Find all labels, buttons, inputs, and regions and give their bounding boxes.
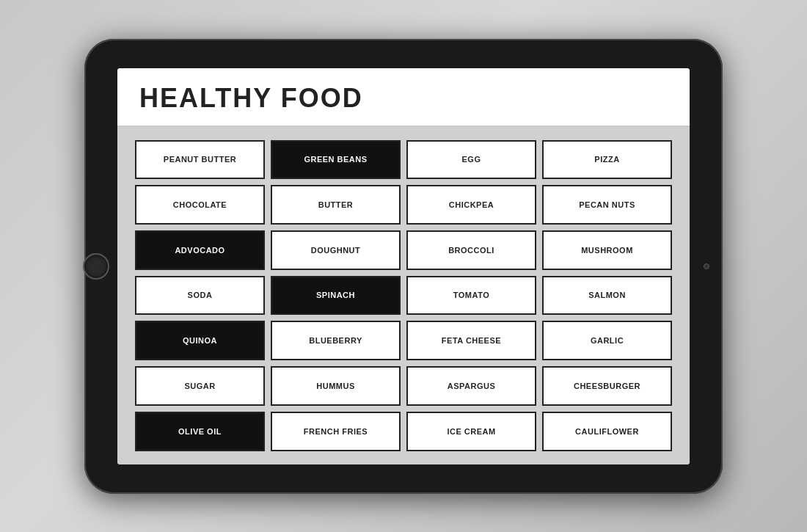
food-item-feta-cheese[interactable]: FETA CHEESE: [406, 321, 536, 360]
food-item-ice-cream[interactable]: ICE CREAM: [406, 412, 536, 451]
food-item-advocado[interactable]: ADVOCADO: [135, 230, 265, 270]
food-item-french-fries[interactable]: FRENCH FRIES: [271, 412, 401, 451]
food-item-blueberry[interactable]: BLUEBERRY: [271, 321, 401, 360]
food-item-sugar[interactable]: SUGAR: [135, 366, 265, 406]
food-item-soda[interactable]: SODA: [135, 276, 265, 316]
food-item-doughnut[interactable]: DOUGHNUT: [271, 230, 401, 270]
food-item-pecan-nuts[interactable]: PECAN NUTS: [542, 185, 672, 225]
food-item-butter[interactable]: BUTTER: [271, 185, 401, 225]
food-item-garlic[interactable]: GARLIC: [542, 321, 672, 360]
food-item-aspargus[interactable]: ASPARGUS: [406, 366, 536, 406]
page-title: HEALTHY FOOD: [139, 83, 668, 114]
food-item-spinach[interactable]: SPINACH: [271, 276, 401, 316]
food-grid: PEANUT BUTTERGREEN BEANSEGGPIZZACHOCOLAT…: [117, 127, 690, 464]
food-item-olive-oil[interactable]: OLIVE OIL: [135, 412, 265, 451]
food-item-tomato[interactable]: TOMATO: [406, 276, 536, 316]
header: HEALTHY FOOD: [117, 68, 690, 127]
food-item-mushroom[interactable]: MUSHROOM: [542, 230, 672, 270]
screen: HEALTHY FOOD PEANUT BUTTERGREEN BEANSEGG…: [117, 68, 690, 464]
food-item-cheesburger[interactable]: CHEESBURGER: [542, 366, 672, 406]
food-item-pizza[interactable]: PIZZA: [542, 140, 672, 180]
food-item-hummus[interactable]: HUMMUS: [271, 366, 401, 406]
food-item-peanut-butter[interactable]: PEANUT BUTTER: [135, 140, 265, 180]
food-item-chocolate[interactable]: CHOCOLATE: [135, 185, 265, 225]
food-item-chickpea[interactable]: CHICKPEA: [406, 185, 536, 225]
camera: [704, 263, 709, 269]
home-button[interactable]: [83, 253, 109, 280]
food-item-green-beans[interactable]: GREEN BEANS: [271, 140, 401, 180]
food-item-quinoa[interactable]: QUINOA: [135, 321, 265, 360]
tablet: HEALTHY FOOD PEANUT BUTTERGREEN BEANSEGG…: [84, 39, 723, 494]
food-item-cauliflower[interactable]: CAULIFLOWER: [542, 412, 672, 451]
food-item-broccoli[interactable]: BROCCOLI: [406, 230, 536, 270]
food-item-salmon[interactable]: SALMON: [542, 276, 672, 316]
food-item-egg[interactable]: EGG: [406, 140, 536, 180]
